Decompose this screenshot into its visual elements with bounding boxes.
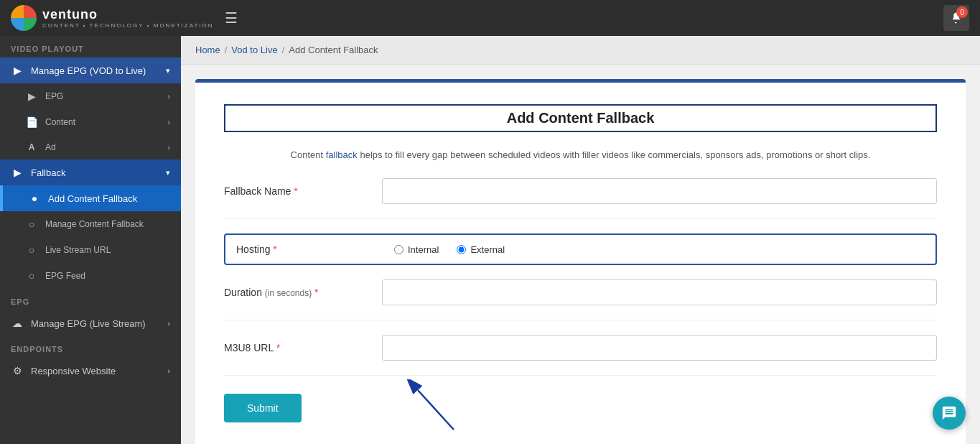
arrow-annotation	[389, 379, 518, 437]
chevron-right-icon5: ›	[167, 366, 170, 375]
sidebar-item-label-ad: Ad	[45, 142, 56, 152]
hosting-label: Hosting *	[236, 244, 394, 255]
sidebar-item-label-content: Content	[45, 117, 75, 127]
submit-area: Submit	[224, 390, 937, 444]
duration-row: Duration (in seconds) *	[224, 279, 937, 320]
svg-line-2	[418, 390, 454, 430]
fallback-name-row: Fallback Name *	[224, 178, 937, 219]
epg-feed-icon: ○	[25, 270, 38, 282]
sidebar-item-epg-feed[interactable]: ○ EPG Feed	[0, 263, 181, 289]
sidebar-item-content[interactable]: 📄 Content ›	[0, 109, 181, 135]
hamburger-icon[interactable]: ☰	[225, 9, 238, 27]
breadcrumb-current: Add Content Fallback	[289, 45, 378, 55]
sidebar-item-label-manage-epg-vod: Manage EPG (VOD to Live)	[31, 65, 146, 76]
chat-bubble[interactable]	[933, 397, 966, 430]
section-epg: EPG	[0, 289, 181, 310]
sidebar-item-add-content-fallback[interactable]: ● Add Content Fallback	[0, 185, 181, 211]
ad-icon: A	[25, 142, 38, 152]
sidebar-item-label-epg-feed: EPG Feed	[45, 271, 85, 281]
content-area: Home / Vod to Live / Add Content Fallbac…	[181, 36, 980, 444]
sidebar-item-responsive-website[interactable]: ⚙ Responsive Website ›	[0, 358, 181, 384]
submit-button[interactable]: Submit	[224, 394, 302, 422]
form-subtitle: Content fallback helps to fill every gap…	[224, 149, 937, 160]
sidebar-item-label-responsive-website: Responsive Website	[31, 366, 116, 376]
sidebar-item-label-epg: EPG	[45, 91, 63, 101]
sidebar-item-live-stream-url[interactable]: ○ Live Stream URL	[0, 237, 181, 263]
sidebar-item-label-live-stream-url: Live Stream URL	[45, 245, 111, 255]
fallback-icon: ▶	[11, 167, 24, 178]
sidebar-item-label-manage-epg-live: Manage EPG (Live Stream)	[31, 318, 146, 329]
chevron-right-icon: ›	[167, 92, 170, 101]
chat-icon	[941, 405, 957, 421]
navbar-right: 0	[943, 5, 969, 31]
chevron-right-icon4: ›	[167, 319, 170, 328]
chevron-down-icon2: ▾	[166, 168, 170, 177]
chevron-down-icon: ▾	[166, 66, 170, 75]
sidebar-item-label-fallback: Fallback	[31, 167, 65, 178]
breadcrumb-sep1: /	[225, 45, 228, 55]
live-stream-url-icon: ○	[25, 244, 38, 256]
section-endpoints: ENDPOINTS	[0, 336, 181, 358]
logo-icon	[11, 5, 37, 31]
responsive-website-icon: ⚙	[11, 365, 24, 376]
chevron-right-icon3: ›	[167, 143, 170, 152]
fallback-name-input[interactable]	[382, 178, 937, 204]
form-card-body: Add Content Fallback Content fallback he…	[195, 83, 966, 444]
sidebar-item-epg[interactable]: ▶ EPG ›	[0, 83, 181, 109]
logo-subtitle: CONTENT • TECHNOLOGY • MONETIZATION	[42, 22, 214, 29]
form-title-wrapper: Add Content Fallback	[224, 104, 937, 141]
logo: ventuno CONTENT • TECHNOLOGY • MONETIZAT…	[11, 5, 214, 31]
hosting-row: Hosting * Internal External	[224, 233, 937, 265]
form-title: Add Content Fallback	[224, 104, 937, 132]
duration-input[interactable]	[382, 279, 937, 305]
add-content-fallback-icon: ●	[28, 193, 41, 204]
navbar-left: ventuno CONTENT • TECHNOLOGY • MONETIZAT…	[11, 5, 238, 31]
notification-badge: 0	[956, 6, 968, 18]
breadcrumb: Home / Vod to Live / Add Content Fallbac…	[181, 36, 980, 65]
breadcrumb-home[interactable]: Home	[195, 45, 220, 55]
sidebar-item-manage-epg-vod[interactable]: ▶ Manage EPG (VOD to Live) ▾	[0, 57, 181, 83]
hosting-external-option[interactable]: External	[457, 244, 505, 255]
logo-name: ventuno	[42, 7, 214, 22]
sidebar: VIDEO PLAYOUT ▶ Manage EPG (VOD to Live)…	[0, 36, 181, 444]
m3u8-input[interactable]	[382, 335, 937, 361]
hosting-options: Internal External	[394, 244, 505, 255]
section-video-playout: VIDEO PLAYOUT	[0, 36, 181, 57]
sidebar-item-ad[interactable]: A Ad ›	[0, 135, 181, 159]
fallback-name-label: Fallback Name *	[224, 185, 382, 197]
content-icon: 📄	[25, 116, 38, 128]
chevron-right-icon2: ›	[167, 118, 170, 126]
sidebar-item-label-add-content-fallback: Add Content Fallback	[48, 193, 137, 204]
duration-label: Duration (in seconds) *	[224, 287, 382, 298]
manage-content-fallback-icon: ○	[25, 218, 38, 230]
main-layout: VIDEO PLAYOUT ▶ Manage EPG (VOD to Live)…	[0, 36, 980, 444]
sidebar-item-manage-epg-live[interactable]: ☁ Manage EPG (Live Stream) ›	[0, 310, 181, 336]
breadcrumb-vod-to-live[interactable]: Vod to Live	[231, 45, 277, 55]
notification-button[interactable]: 0	[943, 5, 969, 31]
manage-epg-live-icon: ☁	[11, 318, 24, 329]
breadcrumb-sep2: /	[282, 45, 285, 55]
m3u8-label: M3U8 URL *	[224, 342, 382, 353]
hosting-internal-radio[interactable]	[394, 245, 403, 254]
epg-icon: ▶	[25, 91, 38, 102]
form-card: Add Content Fallback Content fallback he…	[195, 79, 966, 444]
sidebar-item-label-manage-content-fallback: Manage Content Fallback	[45, 219, 144, 229]
manage-epg-vod-icon: ▶	[11, 65, 24, 76]
hosting-external-radio[interactable]	[457, 245, 466, 254]
navbar: ventuno CONTENT • TECHNOLOGY • MONETIZAT…	[0, 0, 980, 36]
sidebar-item-fallback[interactable]: ▶ Fallback ▾	[0, 159, 181, 185]
m3u8-row: M3U8 URL *	[224, 335, 937, 376]
sidebar-item-manage-content-fallback[interactable]: ○ Manage Content Fallback	[0, 211, 181, 237]
logo-text: ventuno CONTENT • TECHNOLOGY • MONETIZAT…	[42, 7, 214, 29]
hosting-internal-option[interactable]: Internal	[394, 244, 439, 255]
